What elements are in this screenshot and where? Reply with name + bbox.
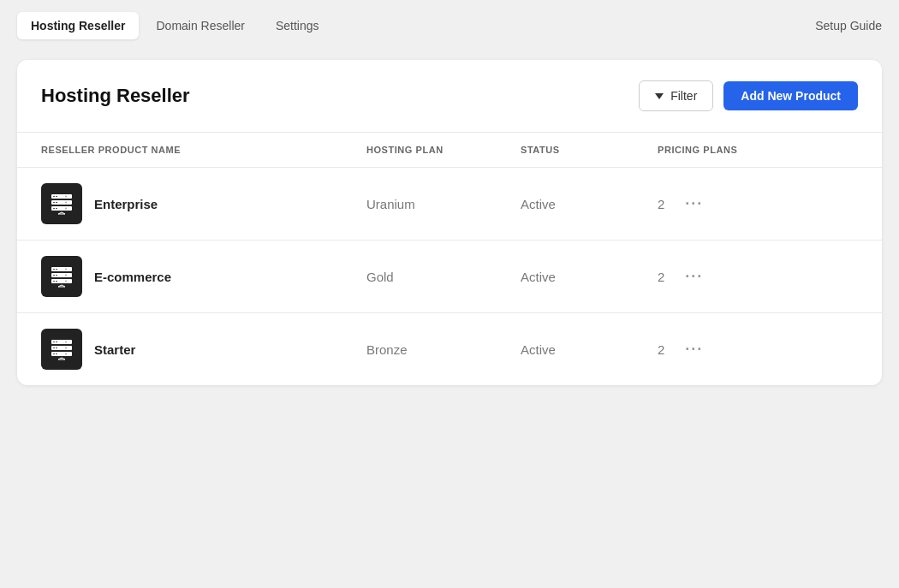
header-actions: Filter Add New Product [639,80,858,111]
server-rack-icon [48,190,75,217]
svg-rect-21 [56,275,57,276]
col-header-product-name: RESELLER PRODUCT NAME [41,145,366,155]
svg-rect-10 [56,208,57,209]
svg-rect-39 [53,353,55,354]
product-icon-enterprise [41,183,82,224]
main-card: Hosting Reseller Filter Add New Product … [17,60,882,385]
nav-tabs: Hosting Reseller Domain Reseller Setting… [17,12,333,39]
filter-label: Filter [670,89,697,103]
pricing-cell-starter: 2 ··· [658,337,858,362]
svg-rect-24 [53,281,55,282]
product-cell-ecommerce: E-commerce [41,256,366,297]
product-icon-starter [41,329,82,370]
col-header-hosting-plan: HOSTING PLAN [366,145,521,155]
filter-button[interactable]: Filter [639,80,713,111]
table-row: Starter Bronze Active 2 ··· [17,313,882,385]
svg-rect-22 [65,275,67,276]
svg-rect-37 [65,347,67,349]
add-new-product-button[interactable]: Add New Product [723,81,858,110]
card-header: Hosting Reseller Filter Add New Product [17,60,882,133]
status-enterprise: Active [521,197,658,211]
svg-rect-1 [53,196,55,197]
pricing-cell-ecommerce: 2 ··· [658,264,858,289]
setup-guide-link[interactable]: Setup Guide [815,19,882,33]
hosting-plan-enterprise: Uranium [366,197,521,211]
product-name-enterprise: Enterprise [94,197,158,211]
svg-rect-6 [56,202,57,203]
top-navigation: Hosting Reseller Domain Reseller Setting… [0,0,899,51]
pricing-count-enterprise: 2 [658,197,664,211]
product-name-starter: Starter [94,342,135,357]
svg-rect-7 [65,202,67,204]
svg-rect-17 [56,269,57,270]
pricing-count-starter: 2 [658,342,664,357]
svg-rect-25 [56,281,57,282]
svg-rect-41 [65,353,67,355]
svg-rect-18 [65,269,67,270]
svg-rect-36 [56,347,57,348]
product-icon-ecommerce [41,256,82,297]
pricing-count-ecommerce: 2 [658,270,664,284]
svg-rect-11 [65,208,67,210]
status-starter: Active [521,342,658,357]
hosting-plan-ecommerce: Gold [366,270,521,284]
product-table: RESELLER PRODUCT NAME HOSTING PLAN STATU… [17,133,882,385]
pricing-cell-enterprise: 2 ··· [658,192,858,217]
svg-rect-40 [56,353,57,354]
svg-rect-33 [65,342,67,343]
server-rack-icon [48,263,75,290]
svg-rect-31 [53,342,55,342]
more-options-starter[interactable]: ··· [678,337,710,362]
svg-rect-9 [53,208,55,209]
svg-rect-2 [56,196,57,197]
more-options-enterprise[interactable]: ··· [678,192,710,217]
product-name-ecommerce: E-commerce [94,270,171,284]
col-header-status: STATUS [521,145,658,155]
more-options-ecommerce[interactable]: ··· [678,264,710,289]
svg-rect-26 [65,281,67,282]
status-ecommerce: Active [521,270,658,284]
svg-rect-20 [53,275,55,276]
server-rack-icon [48,336,75,363]
tab-settings[interactable]: Settings [262,12,333,39]
col-header-pricing-plans: PRICING PLANS [658,145,858,155]
page-title: Hosting Reseller [41,85,190,107]
filter-icon [655,93,664,99]
tab-domain-reseller[interactable]: Domain Reseller [142,12,258,39]
svg-rect-3 [65,196,67,198]
svg-rect-32 [56,342,57,342]
hosting-plan-starter: Bronze [366,342,521,357]
table-header: RESELLER PRODUCT NAME HOSTING PLAN STATU… [17,133,882,168]
table-row: E-commerce Gold Active 2 ··· [17,241,882,313]
svg-rect-16 [53,269,55,270]
tab-hosting-reseller[interactable]: Hosting Reseller [17,12,139,39]
svg-rect-35 [53,347,55,348]
table-row: Enterprise Uranium Active 2 ··· [17,168,882,241]
product-cell-starter: Starter [41,329,366,370]
svg-rect-5 [53,202,55,203]
product-cell-enterprise: Enterprise [41,183,366,224]
